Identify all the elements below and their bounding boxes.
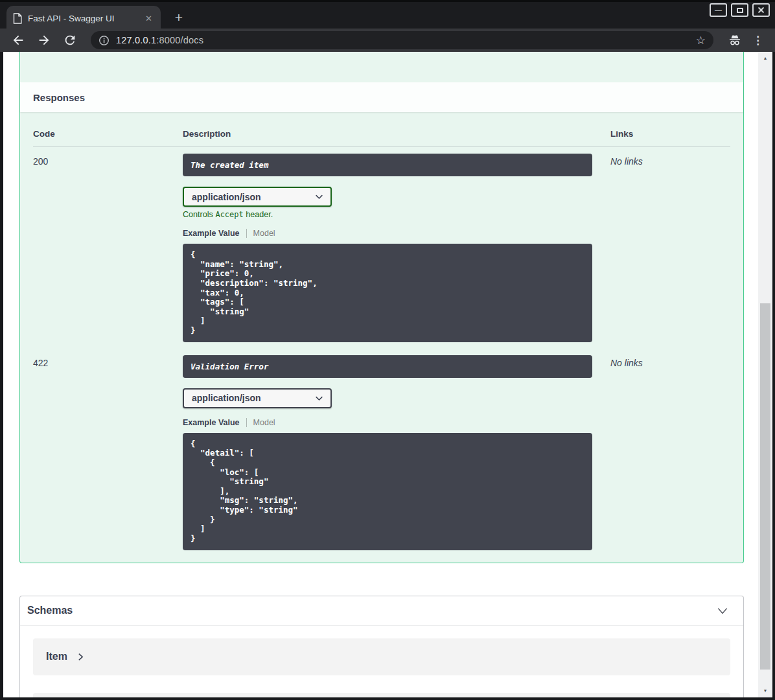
swagger-page: Responses Code Description Links 200 The… [3,52,758,697]
scroll-down-icon[interactable]: ▼ [758,686,772,696]
page-scrollbar[interactable]: ▲ ▼ [758,52,772,697]
responses-table-header: Code Description Links [33,122,730,147]
example-json-200: { "name": "string", "price": 0, "descrip… [183,244,592,342]
media-type-value: application/json [192,192,261,202]
header-code: Code [33,129,183,139]
page-viewport: Responses Code Description Links 200 The… [3,52,772,697]
new-tab-button[interactable]: + [170,10,188,25]
media-type-select[interactable]: application/json [183,187,332,207]
minimize-icon: — [715,6,722,14]
header-description: Description [183,129,610,139]
url-host: 127.0.0.1 [116,35,156,45]
browser-menu-icon[interactable]: ⋮ [752,34,763,47]
reload-button[interactable] [63,33,77,47]
model-item[interactable]: Item [33,638,730,675]
incognito-icon [728,34,742,47]
example-model-tabs: Example Value Model [183,418,610,427]
url-text[interactable]: 127.0.0.1:8000/docs [116,35,686,45]
tab-model[interactable]: Model [253,229,275,238]
schemas-section: Schemas Item ValidationError [19,596,744,698]
responses-title: Responses [33,92,85,103]
back-button[interactable] [11,33,25,47]
chevron-down-icon [314,393,324,403]
tab-separator [246,229,247,238]
tab-close-icon[interactable]: ✕ [143,14,154,23]
minimize-button[interactable]: — [710,3,727,17]
address-bar[interactable]: 127.0.0.1:8000/docs ☆ [91,31,713,49]
response-row-200: 200 The created item application/json Co… [33,147,730,349]
browser-tab[interactable]: Fast API - Swagger UI ✕ [6,6,161,30]
response-description: The created item [183,154,592,176]
tab-strip: Fast API - Swagger UI ✕ + — [0,0,775,29]
browser-toolbar: 127.0.0.1:8000/docs ☆ ⋮ [0,29,775,52]
schemas-title: Schemas [27,605,73,616]
model-name: Item [46,651,67,662]
response-description-cell: The created item application/json Contro… [183,147,610,349]
response-description: Validation Error [183,355,592,378]
response-code: 422 [33,349,183,550]
tab-separator [246,418,247,427]
tab-example-value[interactable]: Example Value [183,418,240,427]
browser-window: Fast API - Swagger UI ✕ + — [0,0,775,700]
window-controls: — [710,3,770,17]
scroll-up-icon[interactable]: ▲ [758,53,772,64]
opblock-body-spacer [20,52,743,82]
bookmark-star-icon[interactable]: ☆ [692,34,710,47]
response-description-cell: Validation Error application/json Exampl… [183,349,610,550]
maximize-button[interactable] [731,3,748,17]
header-links: Links [610,129,730,139]
page-favicon-icon [13,13,22,24]
media-type-value: application/json [192,393,261,403]
media-type-select[interactable]: application/json [183,388,332,408]
responses-section-header: Responses [20,82,743,112]
controls-accept-note: Controls Accept header. [183,210,610,219]
response-links: No links [610,349,730,550]
response-links: No links [610,147,730,349]
scrollbar-thumb[interactable] [760,303,770,670]
chevron-down-icon [314,192,324,202]
opblock-responses-panel: Responses Code Description Links 200 The… [19,52,744,563]
close-icon [758,6,765,14]
response-code: 200 [33,147,183,349]
example-model-tabs: Example Value Model [183,229,610,238]
model-validationerror[interactable]: ValidationError [33,693,730,698]
maximize-icon [737,8,743,13]
url-path: :8000/docs [156,35,203,45]
chevron-down-icon[interactable] [716,604,729,617]
example-json-422: { "detail": [ { "loc": [ "string" ], "ms… [183,433,592,550]
chevron-right-icon [76,653,85,661]
tab-model[interactable]: Model [253,418,275,427]
close-button[interactable] [752,3,770,17]
toolbar-right: ⋮ [724,34,767,47]
site-info-icon[interactable] [98,35,110,46]
responses-table: Code Description Links 200 The created i… [20,112,743,563]
tab-example-value[interactable]: Example Value [183,229,240,238]
forward-button[interactable] [37,33,51,47]
response-row-422: 422 Validation Error application/json Ex… [33,349,730,550]
schemas-model-list: Item ValidationError [20,625,743,698]
schemas-header[interactable]: Schemas [20,596,743,625]
tab-title: Fast API - Swagger UI [28,14,137,23]
